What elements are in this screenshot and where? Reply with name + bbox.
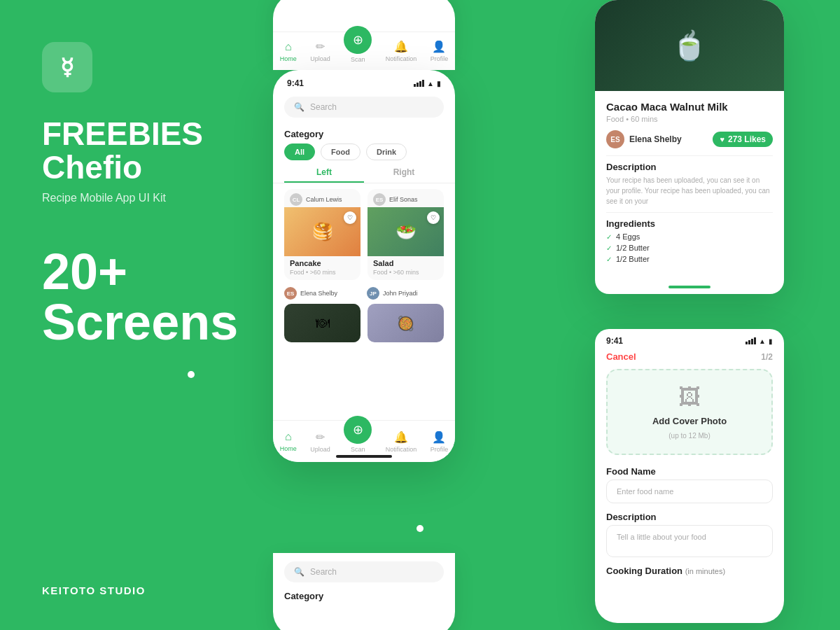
logo-box: ☿ [42,42,92,92]
nav-home[interactable]: ⌂ Home [280,430,297,452]
search-icon-partial: 🔍 [294,567,304,577]
detail-author-info: ES Elena Shelby [606,130,682,148]
photo-icon: 🖼 [678,384,701,410]
recipe-card-1[interactable]: CL Calum Lewis 🥞 ♡ Pancake Food • >60 mi… [284,189,360,280]
author-elena-row: Elena Shelby [300,290,337,297]
check-icon-1: ✓ [606,233,612,241]
search-bar[interactable]: 🔍 Search [284,97,444,118]
decorative-dot-1 [188,371,195,378]
upload-status-icons: ▲ ▮ [746,337,773,345]
left-panel: ☿ FREEBIES Chefio Recipe Mobile App UI K… [0,0,266,630]
upload-icon-partial: ✏ [316,40,325,53]
phone-notch [336,70,392,83]
category-pills: All Food Drink [273,144,455,167]
avatar-calum: CL [290,193,302,206]
notification-icon: 🔔 [394,430,408,444]
nav-home-label-partial: Home [280,55,297,62]
nav-upload[interactable]: ✏ Upload [310,430,330,453]
logo-icon: ☿ [60,54,74,80]
category-label: Category [273,123,455,144]
card-title-salad: Salad [373,259,438,267]
ingredient-text-3: 1/2 Butter [616,255,650,263]
nav-scan-label-partial: Scan [351,56,365,63]
u-sb4 [754,337,756,344]
notification-icon-partial: 🔔 [394,40,408,53]
author-calum: Calum Lewis [306,196,342,203]
description-placeholder: Tell a little about your food [617,533,706,541]
tab-right[interactable]: Right [364,167,444,183]
cooking-label-text: Cooking Duration [606,566,682,576]
pill-drink[interactable]: Drink [366,144,407,160]
check-icon-3: ✓ [606,255,612,263]
ingredient-1: ✓ 4 Eggs [606,232,773,241]
nav-upload-label-partial: Upload [310,55,330,62]
wifi-icon: ▲ [427,80,434,88]
scan-btn-partial[interactable]: ⊕ [344,26,372,54]
signal-bars [414,80,424,87]
author-john-row: John Priyadi [383,290,418,297]
upload-battery-icon: ▮ [769,337,773,345]
description-textarea[interactable]: Tell a little about your food [606,525,773,557]
screens-label: Screens [42,297,224,347]
u-sb1 [746,342,748,344]
nav-notification-partial[interactable]: 🔔 Notification [386,40,417,62]
nav-scan-partial[interactable]: ⊕ Scan [344,40,372,63]
desc-label: Description [606,162,773,172]
food-name-placeholder: Enter food name [617,487,673,496]
ingredient-2: ✓ 1/2 Butter [606,244,773,252]
profile-icon-partial: 👤 [432,40,446,53]
nav-notification[interactable]: 🔔 Notification [386,430,417,453]
studio-label: KEITOTO STUDIO [42,584,146,596]
upload-icon: ✏ [316,430,325,444]
tab-left[interactable]: Left [284,167,364,183]
food-name-input[interactable]: Enter food name [606,479,773,503]
avatar-elif: ES [373,193,386,206]
heart-icon-detail: ♥ [720,135,724,144]
u-sb2 [748,340,750,344]
add-photo-sub: (up to 12 Mb) [668,432,710,440]
detail-meta: Food • 60 mins [606,115,773,123]
u-sb3 [751,339,753,344]
cancel-button[interactable]: Cancel [606,351,636,362]
scan-icon: ⊕ [353,422,363,438]
nav-profile-partial[interactable]: 👤 Profile [430,40,449,62]
heart-btn-1[interactable]: ♡ [344,211,356,224]
card-meta-salad: Food • >60 mins [373,269,438,276]
card-title-pancake: Pancake [290,259,355,267]
status-icons: ▲ ▮ [414,80,441,88]
cards-grid: CL Calum Lewis 🥞 ♡ Pancake Food • >60 mi… [273,189,455,280]
phone-main: 9:41 ▲ ▮ 🔍 Search Category All Food Drin… [273,70,455,462]
screens-count: 20+ [42,246,224,297]
home-icon-partial: ⌂ [285,41,292,53]
check-icon-2: ✓ [606,244,612,252]
partial-search[interactable]: 🔍 Search [284,561,444,582]
card-author-row-2: ES Elif Sonas [368,189,444,207]
nav-profile[interactable]: 👤 Profile [430,430,449,453]
phone-detail: 🍵 Cacao Maca Walnut Milk Food • 60 mins … [595,0,784,294]
nav-scan[interactable]: ⊕ Scan [344,430,372,453]
upload-wifi-icon: ▲ [759,337,766,345]
divider-1 [606,155,773,156]
scan-btn[interactable]: ⊕ [344,416,372,444]
ingredients-label: Ingredients [606,218,773,229]
card-info-1: Pancake Food • >60 mins [284,256,360,280]
nav-notification-label: Notification [386,446,417,453]
phone-top-partial: ⌂ Home ✏ Upload ⊕ Scan 🔔 Notification 👤 … [273,0,455,70]
pill-all[interactable]: All [284,144,315,160]
desc-text: Your recipe has been uploaded, you can s… [606,175,773,206]
author-elif: Elif Sonas [389,196,418,203]
nav-profile-label: Profile [430,446,449,453]
signal-bar-2 [416,83,419,87]
pill-food[interactable]: Food [321,144,360,160]
nav-home-partial[interactable]: ⌂ Home [280,41,297,62]
card-meta-pancake: Food • >60 mins [290,269,355,276]
heart-btn-2[interactable]: ♡ [427,211,440,224]
profile-icon: 👤 [432,430,446,444]
recipe-card-2[interactable]: ES Elif Sonas 🥗 ♡ Salad Food • >60 mins [368,189,444,280]
detail-author-row: ES Elena Shelby ♥ 273 Likes [606,130,773,148]
brand-chefio: Chefio [42,151,224,183]
nav-upload-partial[interactable]: ✏ Upload [310,40,330,62]
nav-upload-label: Upload [310,446,330,453]
cover-photo-box[interactable]: 🖼 Add Cover Photo (up to 12 Mb) [606,369,773,455]
divider-2 [606,212,773,213]
